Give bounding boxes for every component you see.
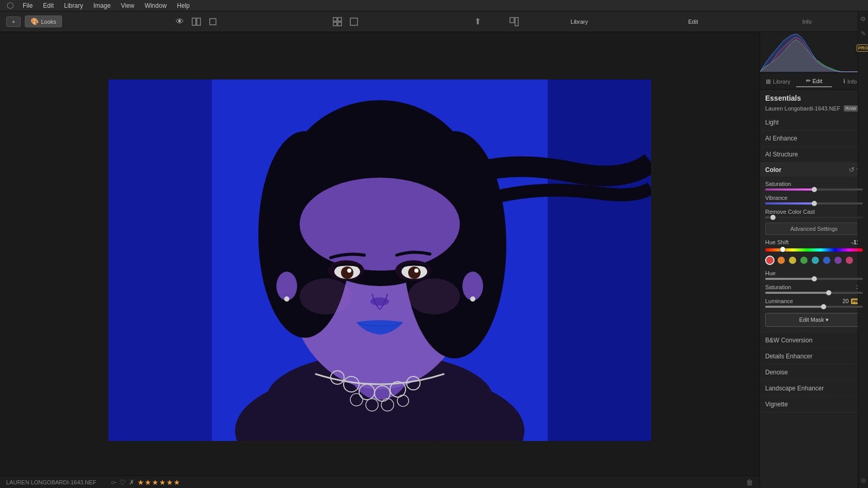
luminance-fill [765, 306, 824, 308]
vibrance-row: Vibrance 0 [760, 193, 868, 207]
luminance-row: Luminance 20 PRO [760, 296, 868, 310]
edit-tab[interactable]: ✏ Edit [796, 75, 832, 87]
luminance-track [765, 306, 863, 308]
saturation-row: Saturation 0 [760, 179, 868, 193]
remove-color-cast-track [765, 216, 863, 218]
saturation2-thumb[interactable] [826, 290, 831, 295]
ai-enhance-header[interactable]: AI Enhance › [760, 131, 868, 146]
section-color: Color ↺ 👁 Saturation 0 [760, 163, 868, 333]
hue-track [765, 278, 863, 280]
color-dot-red[interactable] [765, 256, 774, 265]
svg-point-33 [462, 272, 483, 301]
section-vignette: Vignette › [760, 397, 868, 413]
advanced-settings-btn[interactable]: Advanced Settings [765, 223, 863, 235]
split-view-icon[interactable] [190, 15, 203, 28]
saturation-thumb[interactable] [812, 187, 817, 192]
menu-help[interactable]: Help [173, 2, 194, 9]
status-filename: LAUREN LONGOBARDI-1643.NEF [6, 479, 96, 485]
menu-library[interactable]: Library [60, 2, 87, 9]
section-ai-structure: AI Structure › [760, 147, 868, 163]
details-header[interactable]: Details Enhancer › [760, 349, 868, 364]
light-header[interactable]: Light › [760, 115, 868, 130]
color-dot-blue[interactable] [822, 256, 831, 265]
svg-rect-2 [210, 19, 216, 25]
vibrance-track [765, 202, 863, 204]
status-right: 🗑 [746, 478, 753, 486]
svg-rect-12 [548, 80, 651, 441]
remove-color-cast-thumb[interactable] [770, 215, 776, 220]
svg-point-34 [284, 296, 289, 302]
histogram-svg [760, 32, 868, 73]
svg-point-20 [300, 178, 460, 271]
file-name-row: Lauren Longobardi-1643.NEF RAW [760, 104, 868, 115]
svg-point-25 [341, 266, 353, 279]
library-panel-icon[interactable] [508, 15, 520, 28]
saturation-fill [765, 188, 814, 191]
svg-point-26 [408, 266, 421, 279]
pro-edge-icon: PRO [857, 44, 868, 52]
vibrance-label: Vibrance [765, 195, 787, 201]
color-dot-orange[interactable] [777, 256, 786, 265]
tab-library[interactable]: Library [524, 15, 634, 28]
add-button[interactable]: + [6, 17, 21, 27]
menu-bar: ⬡ File Edit Library Image View Window He… [0, 0, 868, 11]
vibrance-fill [765, 202, 814, 204]
photo-canvas[interactable] [109, 80, 651, 441]
saturation2-fill [765, 292, 829, 294]
trash-icon[interactable]: 🗑 [746, 478, 753, 486]
section-bw: B&W Conversion › [760, 333, 868, 349]
edit-mask-button[interactable]: Edit Mask ▾ [765, 313, 863, 327]
remove-color-cast-row: Remove Color Cast 0 [760, 207, 868, 221]
menu-edit[interactable]: Edit [39, 2, 58, 9]
ai-structure-header[interactable]: AI Structure › [760, 147, 868, 162]
heart-icon[interactable]: ♡ [119, 478, 126, 486]
luminance-label: Luminance [765, 298, 793, 304]
library-tab[interactable]: ▦ Library [760, 75, 796, 87]
eye-icon[interactable]: 👁 [174, 15, 186, 28]
color-section-header[interactable]: Color ↺ 👁 [760, 163, 868, 177]
luminance-thumb[interactable] [821, 304, 826, 309]
svg-rect-5 [333, 22, 337, 26]
reset-icon[interactable]: ↺ [849, 166, 855, 174]
maximize-icon[interactable] [348, 15, 360, 28]
panel-header-tabs: ▦ Library ✏ Edit ℹ Info [760, 73, 868, 90]
right-edge-panel: ⚙ ✎ PRO ◎ [858, 32, 868, 488]
menu-view[interactable]: View [117, 2, 138, 9]
menu-file[interactable]: File [19, 2, 37, 9]
main-layout: LAUREN LONGOBARDI-1643.NEF ○- ♡ ✗ ★★★★★★… [0, 32, 868, 488]
tab-info[interactable]: Info [752, 15, 862, 28]
right-panel: ⚙ ✎ PRO ◎ ▦ Library ✏ Edit ℹ Info Essent… [760, 32, 868, 488]
brush-edge-icon[interactable]: ✎ [861, 32, 866, 37]
hue-thumb[interactable] [812, 276, 817, 281]
color-dot-purple[interactable] [833, 256, 843, 265]
saturation2-row: Saturation 31 [760, 282, 868, 296]
file-name: Lauren Longobardi-1643.NEF [765, 105, 841, 112]
menu-window[interactable]: Window [141, 2, 171, 9]
color-dot-cyan[interactable] [811, 256, 820, 265]
color-dot-magenta[interactable] [845, 256, 854, 265]
adjust-edge-icon[interactable]: ◎ [861, 477, 866, 484]
color-dots-row [760, 254, 868, 268]
flag-icon[interactable]: ○- [111, 479, 116, 486]
color-dot-yellow[interactable] [788, 256, 797, 265]
reject-icon[interactable]: ✗ [129, 479, 134, 486]
bw-header[interactable]: B&W Conversion › [760, 333, 868, 348]
vignette-header[interactable]: Vignette › [760, 397, 868, 412]
crop-icon[interactable] [207, 15, 219, 28]
svg-point-30 [300, 278, 351, 314]
canvas-area: LAUREN LONGOBARDI-1643.NEF ○- ♡ ✗ ★★★★★★… [0, 32, 760, 488]
share-icon[interactable]: ⬆ [472, 15, 484, 28]
hue-fill [765, 278, 814, 280]
section-landscape: Landscape Enhancer › [760, 381, 868, 397]
hue-shift-thumb[interactable] [780, 247, 785, 252]
svg-point-35 [470, 296, 475, 302]
tab-edit[interactable]: Edit [638, 15, 748, 28]
denoise-header[interactable]: Denoise › [760, 365, 868, 380]
menu-image[interactable]: Image [89, 2, 115, 9]
vibrance-thumb[interactable] [812, 201, 817, 206]
landscape-header[interactable]: Landscape Enhancer › [760, 381, 868, 396]
color-dot-green[interactable] [799, 256, 809, 265]
looks-button[interactable]: 🎨 Looks [25, 15, 61, 27]
grid-icon[interactable] [331, 15, 344, 28]
star-rating[interactable]: ★★★★★★ [137, 478, 181, 486]
